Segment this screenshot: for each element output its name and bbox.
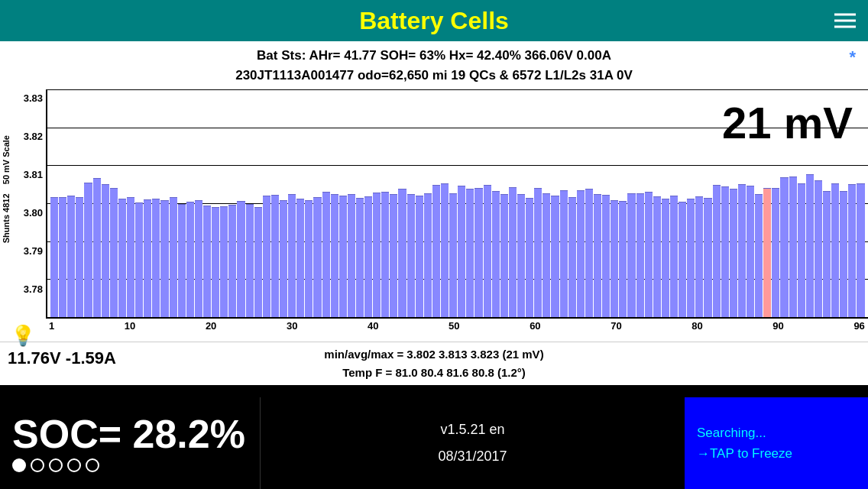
bar-58: [534, 188, 542, 317]
x-label-60: 60: [530, 320, 540, 332]
chart-container: Shunts 4812 50 mV Scale 21 mV 3.83 3.82 …: [0, 89, 868, 342]
bar-6: [93, 178, 101, 317]
bar-80: [721, 186, 729, 317]
soc-value: SOC= 28.2%: [12, 414, 248, 454]
bar-94: [840, 191, 847, 317]
bar-4: [76, 197, 83, 317]
footer-searching-panel[interactable]: Searching... →TAP to Freeze: [685, 397, 868, 489]
bar-33: [322, 192, 330, 317]
x-label-1: 1: [49, 320, 54, 332]
bar-9: [118, 199, 126, 317]
bar-40: [381, 192, 389, 317]
bar-85: [763, 188, 771, 317]
menu-button[interactable]: [834, 14, 856, 28]
bar-60: [551, 196, 559, 317]
bar-49: [458, 186, 465, 317]
bulb-icon: 💡: [11, 324, 35, 348]
x-label-30: 30: [287, 320, 297, 332]
bar-15: [170, 197, 177, 317]
battery-status-line2: 230JT1113A001477 odo=62,650 mi 19 QCs & …: [15, 66, 853, 86]
page-title: Battery Cells: [359, 7, 509, 35]
stats-line1: min/avg/max = 3.802 3.813 3.823 (21 mV): [15, 345, 853, 364]
x-label-40: 40: [368, 320, 378, 332]
header: Battery Cells: [0, 0, 868, 41]
bar-11: [135, 202, 143, 317]
bar-38: [364, 196, 372, 317]
bar-10: [127, 197, 134, 317]
bar-32: [313, 197, 321, 317]
bar-47: [441, 183, 449, 317]
x-label-10: 10: [125, 320, 135, 332]
bar-59: [542, 193, 550, 317]
bar-87: [780, 177, 788, 317]
x-label-96: 96: [853, 320, 864, 332]
bar-17: [186, 202, 194, 317]
bar-42: [398, 189, 406, 317]
bar-7: [102, 184, 109, 317]
dot-4: [67, 458, 81, 472]
bar-43: [407, 194, 415, 317]
bar-21: [220, 206, 228, 317]
bar-66: [602, 195, 610, 317]
bar-20: [212, 207, 219, 317]
searching-label: Searching... →TAP to Freeze: [697, 423, 856, 464]
bar-73: [662, 199, 669, 317]
footer: SOC= 28.2% v1.5.21 en 08/31/2017 Searchi…: [0, 397, 868, 489]
bar-83: [747, 186, 754, 317]
bar-26: [263, 196, 270, 317]
bar-89: [798, 183, 805, 317]
bar-14: [160, 200, 168, 317]
bar-12: [144, 199, 151, 317]
bar-46: [432, 185, 440, 317]
bar-75: [679, 202, 686, 317]
bar-39: [373, 193, 381, 317]
bar-3: [67, 196, 75, 317]
bar-86: [772, 188, 779, 317]
bar-51: [474, 188, 482, 317]
bar-61: [560, 190, 568, 317]
bar-82: [738, 184, 746, 317]
dot-5: [86, 458, 99, 472]
bar-76: [687, 199, 695, 317]
bar-16: [178, 204, 186, 317]
bar-88: [789, 176, 797, 317]
bar-37: [356, 198, 364, 317]
chart-inner: [46, 89, 868, 319]
bar-5: [84, 183, 92, 317]
stats-line2: Temp F = 81.0 80.4 81.6 80.8 (1.2°): [15, 364, 853, 382]
x-label-90: 90: [772, 320, 783, 332]
bar-71: [645, 192, 653, 317]
y-label-379: 3.79: [0, 245, 46, 257]
bar-56: [517, 194, 525, 317]
bar-30: [296, 199, 304, 317]
footer-soc-panel: SOC= 28.2%: [0, 397, 260, 489]
y-label-381: 3.81: [0, 169, 46, 180]
bar-81: [730, 189, 737, 317]
bar-50: [466, 189, 474, 317]
bar-78: [704, 198, 711, 317]
dots-row: [12, 458, 248, 472]
bar-27: [271, 195, 279, 317]
bar-35: [339, 196, 347, 317]
x-label-20: 20: [206, 320, 216, 332]
bar-29: [288, 194, 296, 317]
stats-row: min/avg/max = 3.802 3.813 3.823 (21 mV) …: [0, 342, 868, 385]
bar-93: [831, 183, 839, 317]
bar-2: [59, 197, 66, 317]
bar-95: [848, 184, 856, 317]
bar-90: [806, 174, 814, 317]
bar-74: [670, 196, 678, 317]
bar-34: [331, 194, 338, 317]
bar-1: [50, 197, 58, 317]
bar-79: [713, 185, 721, 317]
x-label-50: 50: [449, 320, 459, 332]
bar-64: [585, 189, 593, 317]
bar-31: [305, 200, 313, 317]
bar-69: [627, 193, 635, 317]
y-label-382: 3.82: [0, 131, 46, 142]
bar-68: [619, 201, 627, 317]
bar-54: [500, 194, 508, 317]
y-label-378: 3.78: [0, 283, 46, 295]
bar-62: [568, 197, 576, 317]
bar-77: [695, 196, 703, 317]
